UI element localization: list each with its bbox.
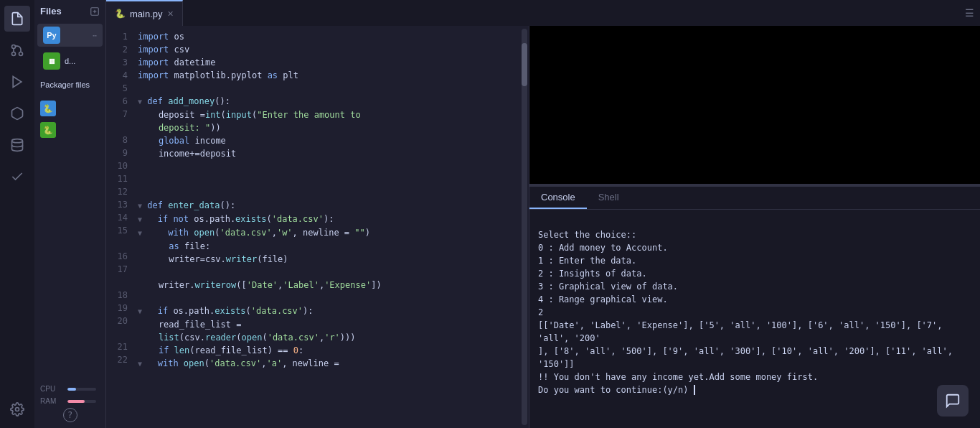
sidebar: Files Py ⋯ ▦ d... Packager files: [34, 0, 106, 428]
pkg-icon-python-2[interactable]: 🐍: [40, 122, 56, 138]
shell-tab[interactable]: Shell: [587, 187, 631, 209]
sidebar-item-d-label: d...: [65, 57, 75, 65]
line-numbers: 12345678910111213141516171819202122: [106, 26, 132, 428]
tab-close-icon[interactable]: ✕: [167, 9, 174, 19]
console-tabs: Console Shell: [529, 187, 980, 210]
sidebar-pkg-icons: 🐍 🐍: [34, 96, 105, 142]
code-lines: import os import csv import datetime imp…: [132, 26, 520, 428]
preview-area: [529, 26, 980, 184]
status-ram-row: RAM: [40, 397, 100, 405]
help-icon[interactable]: ?: [63, 408, 77, 422]
sidebar-pkg-row-1: 🐍: [40, 99, 100, 118]
database-activity-icon[interactable]: [4, 132, 30, 158]
console-output: Select the choice:: 0 : Add money to Acc…: [529, 210, 980, 428]
sidebar-title: Files: [40, 6, 62, 17]
svg-point-2: [12, 52, 16, 56]
tab-bar: 🐍 main.py ✕ ☰: [106, 0, 980, 26]
tab-mainpy-label: main.py: [130, 9, 163, 19]
sidebar-item-menu-icon[interactable]: ⋯: [93, 32, 97, 39]
main-area: 🐍 main.py ✕ ☰ 12345678910111213141516171…: [106, 0, 980, 428]
code-content: 12345678910111213141516171819202122 impo…: [106, 26, 529, 428]
sidebar-new-file-icon[interactable]: [90, 6, 100, 17]
chat-button[interactable]: [937, 385, 969, 417]
right-panel: Console Shell Select the choice:: 0 : Ad…: [529, 26, 980, 428]
ram-fill: [67, 400, 85, 403]
cpu-fill: [67, 388, 76, 391]
files-activity-icon[interactable]: [4, 6, 30, 32]
editor-panel-container: 12345678910111213141516171819202122 impo…: [106, 26, 980, 428]
svg-marker-4: [13, 77, 22, 88]
console-tab[interactable]: Console: [529, 187, 587, 209]
sidebar-bottom-status: CPU RAM: [34, 379, 105, 408]
shell-tab-label: Shell: [598, 192, 619, 203]
svg-point-5: [12, 139, 23, 143]
cpu-label: CPU: [40, 385, 62, 393]
sidebar-header: Files: [34, 0, 105, 22]
console-panel: Console Shell Select the choice:: 0 : Ad…: [529, 187, 980, 428]
sidebar-package-section: Packager files: [34, 74, 105, 96]
editor-scrollbar-thumb: [522, 43, 527, 86]
packages-activity-icon[interactable]: [4, 101, 30, 126]
green-file-icon: ▦: [43, 52, 60, 70]
sidebar-item-mainpy[interactable]: Py ⋯: [37, 24, 103, 47]
settings-activity-icon[interactable]: [4, 396, 30, 422]
pkg-icon-python-1[interactable]: 🐍: [40, 101, 56, 116]
activity-bar: [0, 0, 34, 428]
sidebar-pkg-row-2: 🐍: [40, 121, 100, 139]
help-icon-wrapper[interactable]: ?: [34, 408, 105, 428]
check-activity-icon[interactable]: [4, 164, 30, 190]
tab-py-icon: 🐍: [115, 9, 126, 19]
status-cpu-row: CPU: [40, 385, 100, 393]
sidebar-package-label: Packager files: [40, 80, 90, 89]
ram-meter: [67, 400, 96, 403]
run-activity-icon[interactable]: [4, 69, 30, 95]
tab-menu-icon[interactable]: ☰: [959, 0, 980, 26]
code-editor: 12345678910111213141516171819202122 impo…: [106, 26, 529, 428]
svg-point-1: [12, 45, 16, 49]
svg-point-0: [19, 52, 23, 56]
console-tab-label: Console: [541, 192, 575, 203]
editor-scrollbar[interactable]: [522, 29, 527, 425]
cpu-meter: [67, 388, 96, 391]
python-file-icon: Py: [43, 27, 60, 44]
svg-point-6: [16, 408, 19, 411]
git-activity-icon[interactable]: [4, 37, 30, 63]
ram-label: RAM: [40, 397, 62, 405]
sidebar-item-d[interactable]: ▦ d...: [37, 50, 103, 73]
tab-mainpy[interactable]: 🐍 main.py ✕: [106, 0, 183, 26]
